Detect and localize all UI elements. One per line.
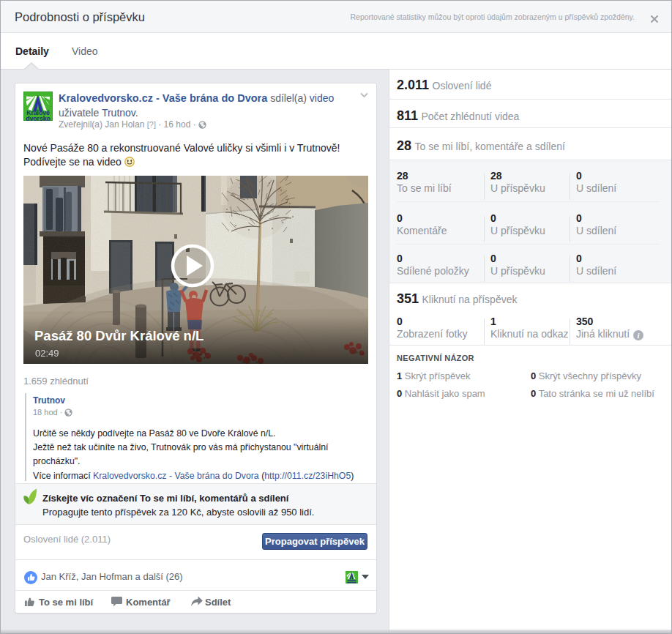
svg-text:02:49: 02:49 [35,348,59,359]
svg-text:Pasáž 80 Dvůr Králové n/L: Pasáž 80 Dvůr Králové n/L [34,328,204,343]
svg-text:dvorsko: dvorsko [26,115,51,122]
